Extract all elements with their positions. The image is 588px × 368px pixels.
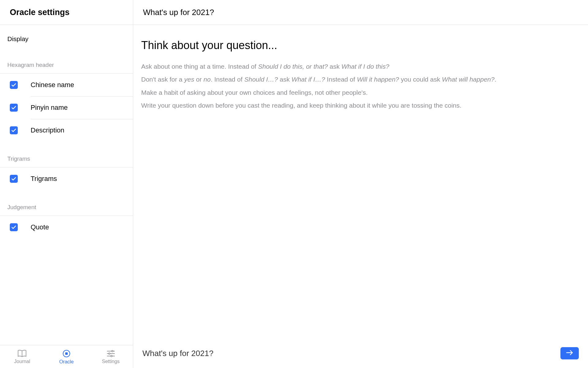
nav-journal[interactable]: Journal (4, 350, 40, 364)
question-tips: Ask about one thing at a time. Instead o… (141, 62, 580, 110)
group-hexagram-header-label: Hexagram header (0, 48, 133, 73)
nav-label: Oracle (59, 359, 74, 365)
nav-settings[interactable]: Settings (92, 350, 129, 364)
option-label: Description (31, 126, 64, 134)
main-heading: Think about your question... (141, 39, 580, 52)
group-trigrams-label: Trigrams (0, 142, 133, 167)
option-list-hexagram-header: Chinese name Pinyin name Description (0, 73, 133, 142)
main-body: Think about your question... Ask about o… (133, 25, 588, 342)
oracle-icon (62, 349, 71, 358)
checkbox-icon[interactable] (10, 126, 18, 134)
svg-point-6 (108, 353, 110, 355)
option-chinese-name[interactable]: Chinese name (0, 74, 133, 96)
option-description[interactable]: Description (0, 119, 133, 142)
bottom-nav: Journal Oracle (0, 345, 133, 368)
sliders-icon (106, 350, 115, 358)
nav-oracle[interactable]: Oracle (48, 349, 85, 365)
arrow-right-icon (566, 350, 574, 357)
nav-label: Journal (14, 359, 30, 364)
section-display-label: Display (0, 25, 133, 48)
checkbox-icon[interactable] (10, 223, 18, 231)
book-icon (17, 350, 27, 358)
option-list-judgement: Quote (0, 216, 133, 239)
option-quote[interactable]: Quote (0, 216, 133, 239)
option-trigrams[interactable]: Trigrams (0, 167, 133, 190)
option-list-trigrams: Trigrams (0, 167, 133, 190)
svg-point-4 (111, 351, 113, 352)
main-header-title: What's up for 2021? (143, 8, 214, 17)
option-label: Quote (31, 223, 49, 231)
svg-rect-2 (65, 352, 68, 355)
sidebar-title: Oracle settings (10, 8, 70, 17)
checkbox-icon[interactable] (10, 104, 18, 112)
option-label: Trigrams (31, 175, 57, 183)
sidebar-scroll[interactable]: Display Hexagram header Chinese name Pin… (0, 25, 133, 345)
option-label: Pinyin name (31, 104, 68, 112)
submit-button[interactable] (560, 347, 579, 359)
group-judgement-label: Judgement (0, 190, 133, 216)
option-label: Chinese name (31, 81, 74, 89)
main-header: What's up for 2021? (133, 0, 588, 25)
sidebar-header: Oracle settings (0, 0, 133, 25)
nav-label: Settings (102, 359, 120, 364)
checkbox-icon[interactable] (10, 81, 18, 89)
checkbox-icon[interactable] (10, 175, 18, 183)
svg-point-8 (111, 355, 112, 357)
sidebar: Oracle settings Display Hexagram header … (0, 0, 133, 368)
question-input[interactable] (142, 347, 554, 360)
main: What's up for 2021? Think about your que… (133, 0, 588, 368)
compose-bar (133, 342, 588, 368)
option-pinyin-name[interactable]: Pinyin name (0, 96, 133, 119)
